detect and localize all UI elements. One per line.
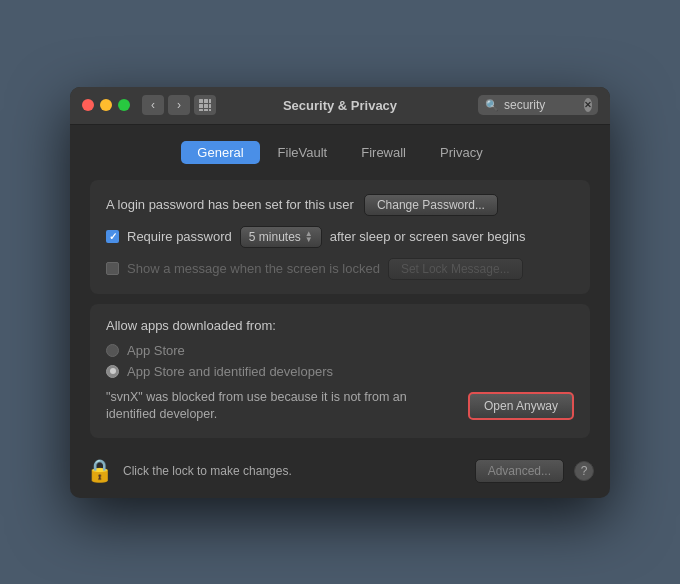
- apps-section: Allow apps downloaded from: App Store Ap…: [90, 304, 590, 438]
- set-lock-message-button[interactable]: Set Lock Message...: [388, 258, 523, 280]
- tab-bar: General FileVault Firewall Privacy: [90, 141, 590, 164]
- blocked-message: "svnX" was blocked from use because it i…: [106, 389, 456, 424]
- app-store-radio[interactable]: [106, 344, 119, 357]
- tab-general[interactable]: General: [181, 141, 259, 164]
- change-password-button[interactable]: Change Password...: [364, 194, 498, 216]
- svg-rect-1: [204, 99, 208, 103]
- svg-rect-3: [199, 104, 203, 108]
- svg-rect-0: [199, 99, 203, 103]
- traffic-lights: [82, 99, 130, 111]
- grid-button[interactable]: [194, 95, 216, 115]
- minimize-button[interactable]: [100, 99, 112, 111]
- window-title: Security & Privacy: [283, 98, 397, 113]
- close-button[interactable]: [82, 99, 94, 111]
- main-window: ‹ › Security & Privacy 🔍 ✕: [70, 87, 610, 498]
- show-message-row: Show a message when the screen is locked…: [106, 258, 574, 280]
- svg-rect-4: [204, 104, 208, 108]
- search-input[interactable]: [504, 98, 579, 112]
- svg-rect-8: [209, 109, 211, 111]
- search-box[interactable]: 🔍 ✕: [478, 95, 598, 115]
- clear-search-button[interactable]: ✕: [584, 98, 592, 112]
- login-password-text: A login password has been set for this u…: [106, 197, 354, 212]
- allow-apps-label: Allow apps downloaded from:: [106, 318, 574, 333]
- app-store-radio-row: App Store: [106, 343, 574, 358]
- select-arrows-icon: ▲ ▼: [305, 231, 313, 242]
- general-section: A login password has been set for this u…: [90, 180, 590, 294]
- forward-button[interactable]: ›: [168, 95, 190, 115]
- advanced-button[interactable]: Advanced...: [475, 459, 564, 483]
- svg-rect-5: [209, 104, 211, 108]
- search-icon: 🔍: [485, 99, 499, 112]
- open-anyway-button[interactable]: Open Anyway: [468, 392, 574, 420]
- tab-firewall[interactable]: Firewall: [345, 141, 422, 164]
- lock-instruction-text: Click the lock to make changes.: [123, 464, 465, 478]
- show-message-label: Show a message when the screen is locked: [127, 261, 380, 276]
- login-password-row: A login password has been set for this u…: [106, 194, 574, 216]
- app-store-devs-radio-row: App Store and identified developers: [106, 364, 574, 379]
- app-store-devs-radio[interactable]: [106, 365, 119, 378]
- nav-buttons: ‹ ›: [142, 95, 190, 115]
- show-message-checkbox[interactable]: [106, 262, 119, 275]
- radio-dot-icon: [110, 368, 116, 374]
- svg-rect-7: [204, 109, 208, 111]
- content-area: General FileVault Firewall Privacy A log…: [70, 125, 610, 438]
- footer: 🔒 Click the lock to make changes. Advanc…: [70, 448, 610, 498]
- svg-rect-6: [199, 109, 203, 111]
- after-sleep-text: after sleep or screen saver begins: [330, 229, 526, 244]
- titlebar: ‹ › Security & Privacy 🔍 ✕: [70, 87, 610, 125]
- require-password-label: Require password: [127, 229, 232, 244]
- require-password-checkbox[interactable]: ✓: [106, 230, 119, 243]
- blocked-row: "svnX" was blocked from use because it i…: [106, 389, 574, 424]
- checkmark-icon: ✓: [109, 231, 117, 242]
- time-value: 5 minutes: [249, 230, 301, 244]
- help-button[interactable]: ?: [574, 461, 594, 481]
- app-store-label: App Store: [127, 343, 185, 358]
- tab-privacy[interactable]: Privacy: [424, 141, 499, 164]
- lock-icon[interactable]: 🔒: [86, 458, 113, 484]
- svg-rect-2: [209, 99, 211, 103]
- require-password-row: ✓ Require password 5 minutes ▲ ▼ after s…: [106, 226, 574, 248]
- back-button[interactable]: ‹: [142, 95, 164, 115]
- time-select[interactable]: 5 minutes ▲ ▼: [240, 226, 322, 248]
- tab-filevault[interactable]: FileVault: [262, 141, 344, 164]
- maximize-button[interactable]: [118, 99, 130, 111]
- app-store-devs-label: App Store and identified developers: [127, 364, 333, 379]
